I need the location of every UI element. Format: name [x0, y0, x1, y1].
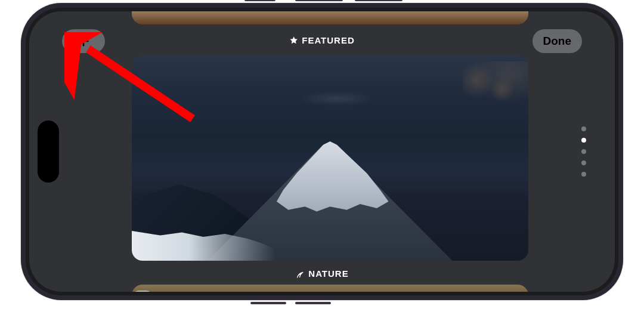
iphone-device-frame: Done FEATURED — [21, 3, 623, 300]
leaf-icon — [295, 269, 305, 279]
page-dot-4[interactable] — [581, 172, 586, 177]
done-label: Done — [543, 35, 572, 48]
page-dot-0[interactable] — [581, 126, 586, 131]
power-button-2 — [295, 302, 331, 304]
plus-icon — [77, 35, 90, 48]
category-label-nature: NATURE — [295, 268, 348, 279]
page-dot-1[interactable] — [581, 138, 586, 143]
previous-wallpaper-card[interactable] — [132, 11, 528, 24]
power-button — [250, 302, 286, 304]
category-label-featured: FEATURED — [289, 35, 355, 45]
side-button — [244, 0, 275, 1]
wallpaper-card-nature[interactable] — [132, 55, 528, 261]
screen: Done FEATURED — [29, 11, 615, 292]
volume-up-button — [295, 0, 343, 1]
add-button[interactable] — [62, 29, 105, 53]
device-inner-bezel: Done FEATURED — [26, 8, 618, 295]
volume-down-button — [355, 0, 402, 1]
page-dot-3[interactable] — [581, 160, 586, 165]
nature-text: NATURE — [308, 268, 348, 279]
page-indicator[interactable] — [581, 126, 586, 177]
featured-text: FEATURED — [302, 35, 355, 45]
star-icon — [289, 36, 298, 45]
wallpaper-image — [132, 55, 528, 261]
done-button[interactable]: Done — [532, 29, 583, 53]
page-dot-2[interactable] — [581, 149, 586, 154]
next-wallpaper-card[interactable] — [132, 285, 528, 292]
dynamic-island — [38, 121, 59, 183]
